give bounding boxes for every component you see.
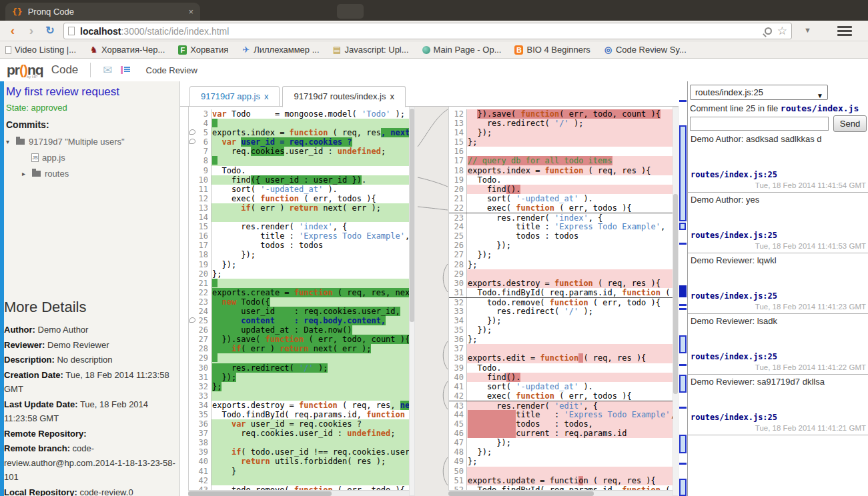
code-line-35[interactable]: 35 }); [449, 325, 673, 335]
comment-marker-rect[interactable] [679, 125, 687, 221]
code-line-21[interactable]: 21 sort( '-updated_at' ). [449, 194, 673, 203]
tree-arrow-icon[interactable]: ▾ [6, 138, 15, 145]
code-line-35[interactable]: 35 Todo.findById( req.params.id, functio… [189, 410, 409, 419]
code-line-29[interactable]: 29 [449, 269, 673, 279]
comment-item[interactable]: Demo Reviewer: sa91719d7 dkllsaroutes/in… [688, 375, 868, 435]
code-line-18[interactable]: 18exports.index = function ( req, res ){ [449, 166, 673, 175]
comment-item[interactable]: Demo Author: asdksad sadlkkas droutes/in… [688, 132, 868, 193]
bookmark-item[interactable]: Хорватия [178, 45, 228, 55]
code-line-38[interactable]: 38exports.edit = function ( req, res ){ [449, 353, 673, 363]
code-line-31[interactable]: 31 }); [189, 373, 409, 382]
code-line-15[interactable]: 15}; [449, 137, 673, 147]
comment-marker-filled[interactable] [679, 285, 687, 297]
code-line-46[interactable]: 46 current : req.params.id [449, 429, 673, 438]
code-line-13[interactable]: 13 res.redirect( '/' ); [449, 119, 673, 128]
code-line-30[interactable]: 30exports.destroy = function ( req, res … [449, 279, 673, 288]
code-line-13[interactable]: 13 if( err ) return next( err ); [189, 203, 409, 213]
code-line-22[interactable]: 22 exec( function ( err, todos ){ [449, 203, 673, 213]
code-line-36[interactable]: 36 var user_id = req.cookies ? [189, 419, 409, 429]
code-line-14[interactable]: 14 [189, 213, 409, 222]
tree-item-app-js[interactable]: app.js [6, 149, 125, 165]
comment-location-select[interactable]: routes/index.js:25 ▼ [690, 85, 828, 100]
code-line-34[interactable]: 34 }); [449, 316, 673, 325]
code-line-41[interactable]: 41 sort( '-updated_at' ). [449, 382, 673, 391]
tab-close-icon[interactable]: x [264, 91, 269, 101]
code-line-25[interactable]: 25 content : req.body.content, [189, 316, 409, 325]
tree-arrow-icon[interactable]: ▸ [22, 170, 31, 177]
list-icon[interactable] [121, 66, 130, 74]
code-line-39[interactable]: 39 Todo. [449, 363, 673, 373]
search-icon[interactable] [765, 27, 772, 35]
code-line-37[interactable]: 37 req.cookies.user_id : undefined; [189, 429, 409, 438]
code-line-26[interactable]: 26 updated_at : Date.now() [189, 325, 409, 335]
bookmark-item[interactable]: Лиллехаммер ... [242, 45, 319, 55]
code-line-19[interactable]: 19 Todo. [449, 175, 673, 185]
mail-icon[interactable]: ✉ [103, 63, 112, 77]
new-tab-button[interactable] [337, 4, 364, 19]
code-line-10[interactable]: 10 find({ user_id : user_id }). [189, 175, 409, 185]
code-line-45[interactable]: 45 todos : todos, [449, 419, 673, 429]
tab-close-icon[interactable]: × [188, 7, 193, 17]
code-line-11[interactable]: 11 sort( '-updated_at' ). [189, 185, 409, 194]
code-line-3[interactable]: 3var Todo = mongoose.model( 'Todo' ); [189, 109, 409, 119]
browser-tab[interactable]: {} Pronq Code × [5, 3, 200, 21]
comment-bubble-icon[interactable] [189, 139, 195, 144]
comment-marker-rect[interactable] [679, 375, 687, 393]
comment-item[interactable]: Demo Reviewer: lqwklroutes/index.js:25Tu… [688, 253, 868, 314]
left-vertical-scrollbar[interactable] [409, 107, 415, 496]
code-line-40[interactable]: 40 return utils.forbidden( res ); [189, 457, 409, 466]
comment-marker-dash[interactable] [679, 304, 687, 306]
code-line-48[interactable]: 48 }); [449, 447, 673, 457]
code-line-42[interactable]: 42 exec( function ( err, todos ){ [449, 391, 673, 401]
code-line-12[interactable]: 12 }).save( function( err, todo, count )… [449, 109, 673, 119]
comment-location[interactable]: routes/index.js:25 [691, 352, 777, 361]
code-line-21[interactable]: 21 [189, 279, 409, 288]
tab-close-icon[interactable]: x [390, 91, 394, 101]
code-line-49[interactable]: 49}; [449, 457, 673, 466]
code-line-18[interactable]: 18 }); [189, 250, 409, 259]
code-line-17[interactable]: 17// query db for all todo items [449, 156, 673, 165]
code-line-40[interactable]: 40 find(). [449, 373, 673, 382]
code-line-32[interactable]: 32}; [189, 382, 409, 391]
bookmark-star-icon[interactable]: ☆ [777, 24, 787, 38]
comment-marker-rect[interactable] [679, 335, 687, 353]
code-line-24[interactable]: 24 title : 'Express Todo Example', [449, 222, 673, 231]
comment-location[interactable]: routes/index.js:25 [691, 291, 777, 301]
code-line-43[interactable]: 43 res.render( 'edit', { [449, 401, 673, 410]
code-line-12[interactable]: 12 exec( function ( err, todos ){ [189, 194, 409, 203]
code-line-47[interactable]: 47 }); [449, 438, 673, 447]
review-request-title[interactable]: My first review request [6, 85, 119, 99]
bookmark-item[interactable]: Code Review Sy... [604, 45, 687, 55]
back-icon[interactable]: ‹ [4, 22, 21, 39]
comment-input[interactable] [690, 117, 829, 131]
comment-marker-sq[interactable] [679, 223, 686, 230]
code-line-32[interactable]: 32 todo.remove( function ( err, todo ){ [449, 297, 673, 307]
scrollbar-thumb[interactable] [448, 491, 594, 496]
comment-location[interactable]: routes/index.js:25 [691, 170, 777, 179]
bookmark-item[interactable]: BIO 4 Beginners [514, 45, 590, 55]
code-line-50[interactable]: 50 [449, 467, 673, 476]
code-line-24[interactable]: 24 user_id : req.cookies.user_id, [189, 307, 409, 316]
comment-marker-dash[interactable] [679, 463, 687, 465]
bookmark-item[interactable]: Video Listing |... [5, 45, 76, 55]
code-line-28[interactable]: 28}; [449, 260, 673, 269]
code-line-27[interactable]: 27 }); [449, 250, 673, 259]
comment-bubble-icon[interactable] [189, 129, 195, 135]
code-line-33[interactable]: 33 res.redirect( '/' ); [449, 307, 673, 316]
code-line-4[interactable]: 4 [189, 119, 409, 128]
left-horizontal-scrollbar[interactable] [188, 490, 409, 496]
comment-marker-rect[interactable] [679, 479, 687, 496]
comment-marker-dash[interactable] [679, 243, 687, 245]
scrollbar-thumb[interactable] [410, 109, 414, 322]
code-line-39[interactable]: 39 if( todo.user_id !== req.cookies.user… [189, 447, 409, 457]
comment-marker-dash[interactable] [679, 100, 687, 102]
reload-icon[interactable]: ↻ [41, 22, 59, 39]
code-line-20[interactable]: 20}; [189, 269, 409, 279]
comment-marker-dash[interactable] [679, 308, 687, 310]
code-line-44[interactable]: 44 title : 'Express Todo Example', [449, 410, 673, 419]
diff-tab-91719d7-app-js[interactable]: 91719d7 app.jsx [189, 86, 280, 107]
code-line-5[interactable]: 5exports.index = function ( req, res, ne… [189, 128, 409, 137]
right-vertical-scrollbar[interactable] [673, 107, 679, 496]
comment-marker-rect[interactable] [679, 435, 687, 453]
code-line-23[interactable]: 23 res.render( 'index', { [449, 213, 673, 222]
